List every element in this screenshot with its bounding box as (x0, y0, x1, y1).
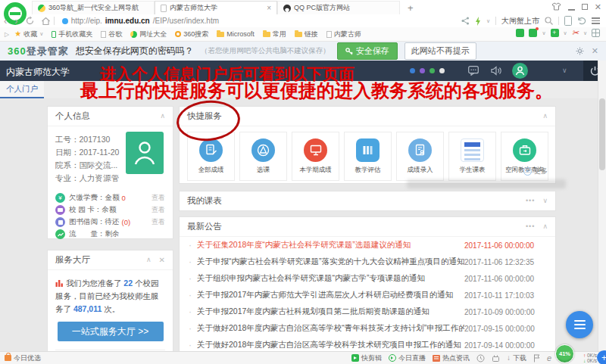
service-hall-panel: 服务大厅 ∧ ✕ 我们为您准备了 22 个校园服务，目前已经为我校师生服务了 4… (47, 250, 173, 352)
collapse-icon[interactable]: ∧ (542, 217, 548, 236)
announcement-row[interactable]: · 关于征集2018年度“内蒙古社会科学研究课题”选题建议的通知 2017-11… (180, 237, 555, 254)
message-icon[interactable] (468, 66, 479, 76)
ie-icon[interactable]: e (547, 354, 551, 362)
scissors-extension-icon[interactable]: ✂ (572, 29, 579, 37)
collapse-icon[interactable]: ∧ (146, 250, 152, 269)
history-clock-icon[interactable] (476, 354, 485, 362)
quick-service-teaching-eval[interactable]: 教学评估 (344, 132, 392, 181)
view-link[interactable]: 查看 (152, 205, 165, 215)
announcement-row[interactable]: · 关于申报2017年内蒙古师范大学引进高层次人才科研启动经费项目的通知 201… (180, 287, 555, 303)
search-icon[interactable] (545, 17, 553, 25)
collapse-icon[interactable]: ∧ (542, 107, 548, 126)
dot-blue[interactable] (410, 68, 415, 73)
dot-purple[interactable] (420, 68, 425, 73)
carousel-dots[interactable] (410, 68, 445, 73)
home-icon[interactable] (41, 17, 51, 26)
plugin-icon[interactable] (492, 354, 500, 362)
bookmark-google[interactable]: 谷歌 (98, 30, 125, 39)
chevron-down-icon[interactable]: ∨ (564, 30, 567, 36)
collapse-icon[interactable]: ∧ (160, 107, 165, 126)
live-link[interactable]: 今日直播 (389, 353, 426, 363)
one-stop-service-hall-button[interactable]: 一站式服务大厅 >> (58, 322, 164, 341)
close-panel-icon[interactable]: ✕ (159, 250, 165, 269)
minimize-icon[interactable] (568, 3, 575, 11)
undo-icon[interactable] (577, 17, 586, 25)
dismiss-site-button[interactable]: 此网站不再提示 (405, 42, 476, 60)
speed-lightning-icon[interactable] (475, 17, 481, 26)
tab-strip: 360导航_新一代安全上网导航 内蒙古师范大学 × QQ PC版官方网站 + (32, 1, 421, 14)
add-widget-button[interactable]: + (597, 350, 606, 364)
scrollbar-thumb[interactable] (599, 98, 605, 170)
service-hall-title: 服务大厅 (55, 255, 90, 264)
quick-service-grade-entry[interactable]: 成绩录入 (396, 132, 444, 181)
share-icon[interactable] (461, 17, 470, 25)
bookmark-imnu[interactable]: 内蒙古师 (323, 30, 364, 39)
account-dropdown-icon[interactable]: ∨ (562, 67, 567, 74)
health-gauge[interactable]: 41% (555, 344, 574, 363)
phone-sync-icon[interactable] (564, 16, 572, 26)
save-password-button[interactable]: 安全保存 (337, 42, 398, 60)
bookmark-folder-common[interactable]: 常用 (260, 30, 289, 39)
browser-tab-qq[interactable]: QQ PC版官方网站 (277, 1, 400, 14)
password-bar-tools: ✕ (576, 46, 598, 56)
announcement-row[interactable]: · 关于申报2017年度内蒙古社科规划项目第二批后期资助课题的通知 2017-1… (180, 303, 555, 320)
quick-service-course-select[interactable]: 选课 (239, 132, 287, 181)
tab-close-icon[interactable]: × (267, 5, 271, 12)
add-extension-icon[interactable] (551, 29, 559, 37)
profile-avatar[interactable] (126, 132, 164, 174)
download-link[interactable]: ↓ 下载 (507, 353, 526, 363)
more-link[interactable]: 更多 (523, 166, 548, 176)
menu-icon[interactable] (592, 17, 600, 24)
collapse-bookmarks-icon[interactable]: ▷ (5, 31, 9, 38)
quick-service-all-grades[interactable]: 全部成绩 (187, 132, 235, 181)
back-icon[interactable]: ‹ (0, 16, 11, 26)
announcement-row[interactable]: · 关于申报“内蒙古社会科学研究课题”落实党的十九大会议精神重点项目的通知 20… (180, 254, 555, 270)
new-tab-button[interactable]: + (400, 1, 421, 14)
floating-menu-button[interactable] (566, 311, 593, 338)
announcement-row[interactable]: · 关于组织申报内蒙古社会科学研究课题“内蒙古学”专项课题的通知 2017-11… (180, 270, 555, 287)
quick-service-term-grades[interactable]: 本学期成绩 (292, 132, 339, 181)
forward-icon[interactable]: › (11, 16, 21, 26)
flag-icon[interactable] (533, 354, 540, 362)
panel-menu-icon[interactable]: ••• (526, 217, 535, 236)
browser-tab-360nav[interactable]: 360导航_新一代安全上网导航 (32, 1, 155, 14)
bookmark-360search[interactable]: 360搜索 (172, 30, 211, 39)
dot-green[interactable] (430, 68, 435, 73)
announcement-row[interactable]: · 关于做好2018年度内蒙古自治区高等学校“青年科技英才支持计划”申报工作的通… (180, 320, 555, 337)
refresh-icon[interactable] (25, 16, 35, 26)
chevron-down-icon[interactable]: ∨ (583, 30, 587, 36)
bookmark-favorites[interactable]: ★ 收藏 ∨ (11, 30, 46, 39)
close-bar-icon[interactable]: ✕ (592, 46, 598, 56)
search-hint[interactable]: 大闸蟹上市 (501, 16, 539, 26)
expand-icon[interactable]: ∨ (542, 191, 548, 210)
dot-gray[interactable] (439, 68, 445, 73)
user-avatar[interactable] (512, 63, 528, 79)
today-picks-link[interactable]: 今日优选 (5, 353, 41, 363)
bookmark-folder-links[interactable]: 链接 (292, 30, 321, 39)
speaker-icon[interactable] (491, 66, 501, 76)
maximize-icon[interactable] (582, 4, 588, 10)
panel-menu-icon[interactable]: ••• (526, 191, 535, 210)
chevron-down-icon[interactable]: ∨ (542, 30, 545, 36)
view-link[interactable]: 查看 (152, 217, 165, 227)
tab-personal-portal[interactable]: 个人门户 (0, 81, 44, 98)
skin-icon[interactable] (551, 2, 561, 11)
close-window-icon[interactable]: ✕ (595, 3, 601, 11)
lightning-dropdown-icon[interactable]: ∨ (486, 18, 490, 24)
360nav-favicon (38, 5, 45, 12)
view-link[interactable]: 查看 (152, 193, 165, 203)
dictionary-extension-icon[interactable] (516, 29, 524, 37)
url-box[interactable]: http://eip.imnu.edu.cn/EIP/user/index.ht… (62, 17, 219, 25)
bookmark-mobile[interactable]: 手机收藏夹 (48, 30, 95, 39)
folder-icon (263, 32, 270, 37)
quick-clip-link[interactable]: 快剪辑 (351, 353, 382, 363)
apps-grid-icon[interactable] (592, 29, 600, 37)
page-scrollbar[interactable] (598, 61, 606, 352)
shield-extension-icon[interactable] (529, 29, 537, 37)
quick-service-student-timetable[interactable]: 学生课表 (448, 132, 496, 181)
browser-tab-imnu[interactable]: 内蒙古师范大学 × (155, 1, 277, 14)
hot-news-link[interactable]: 热点资讯 (433, 353, 470, 363)
gear-icon[interactable] (576, 47, 584, 55)
bookmark-sites[interactable]: 网址大全 (127, 30, 170, 39)
bookmark-folder-microsoft[interactable]: Microsoft (214, 30, 258, 38)
